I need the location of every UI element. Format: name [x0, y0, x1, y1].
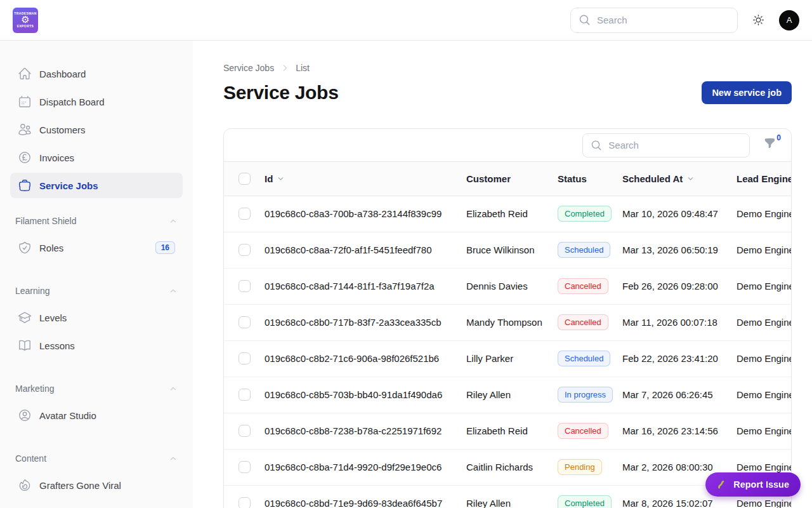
cell-customer: Riley Allen [466, 485, 558, 508]
cell-status: Completed [558, 196, 622, 232]
row-select-cell [224, 413, 265, 449]
sidebar-item-dispatch-board[interactable]: Dispatch Board [10, 89, 183, 114]
cell-id: 019c68c0-c8b5-703b-bb40-91da1f490da6 [265, 377, 466, 413]
table-search [582, 133, 750, 157]
select-row-checkbox[interactable] [239, 352, 251, 364]
sidebar-group-label: Content [15, 453, 46, 464]
funnel-icon [764, 137, 776, 149]
select-row-checkbox[interactable] [239, 497, 251, 508]
select-row-checkbox[interactable] [239, 280, 251, 292]
briefcase-icon [18, 178, 32, 192]
sidebar-item-service-jobs[interactable]: Service Jobs [10, 173, 183, 198]
status-badge: In progress [558, 387, 613, 403]
filter-button[interactable]: 0 [764, 137, 781, 149]
select-row-checkbox[interactable] [239, 208, 251, 220]
sidebar-item-lessons[interactable]: Lessons [10, 333, 183, 358]
select-row-checkbox[interactable] [239, 316, 251, 328]
report-issue-button[interactable]: Report Issue [705, 472, 801, 497]
sidebar-item-grafters-gone-viral[interactable]: Grafters Gone Viral [10, 472, 183, 498]
cell-scheduled-at: Mar 10, 2026 09:48:47 [622, 196, 737, 232]
service-jobs-table: Id Customer Status [224, 162, 792, 508]
select-row-checkbox[interactable] [239, 244, 251, 256]
column-header-status[interactable]: Status [558, 162, 622, 196]
table-search-input[interactable] [608, 140, 742, 150]
cell-scheduled-at: Mar 7, 2026 06:26:45 [622, 377, 737, 413]
select-row-checkbox[interactable] [239, 389, 251, 401]
report-issue-label: Report Issue [733, 479, 789, 490]
status-badge: Cancelled [558, 278, 608, 295]
cell-id: 019c68c0-c8b0-717b-83f7-2a33cea335cb [265, 304, 466, 340]
gear-icon: ⚙ [21, 15, 29, 25]
sidebar-item-invoices[interactable]: Invoices [10, 145, 183, 170]
table-header-row: Id Customer Status [224, 162, 792, 196]
currency-pound-icon [18, 150, 32, 164]
column-header-scheduled-at[interactable]: Scheduled At [622, 162, 737, 196]
sidebar-item-dashboard[interactable]: Dashboard [10, 61, 183, 86]
global-search [570, 8, 738, 33]
table-body: 019c68c0-c8a3-700b-a738-23144f839c99Eliz… [224, 196, 792, 508]
column-header-lead-engineer[interactable]: Lead Engineer [737, 162, 792, 196]
cell-status: Scheduled [558, 232, 622, 268]
sidebar-item-label: Customers [39, 124, 175, 135]
sidebar-group-marketing: MarketingAvatar Studio [10, 384, 183, 428]
cell-id: 019c68c0-c8b8-7238-b78a-c2251971f692 [265, 413, 466, 449]
sidebar-item-label: Grafters Gone Viral [39, 480, 175, 491]
cell-lead-engineer: Demo Engineer [737, 413, 792, 449]
table-card: 0 Id [223, 128, 792, 508]
cell-scheduled-at: Feb 22, 2026 23:41:20 [622, 340, 737, 377]
user-avatar[interactable]: A [779, 10, 799, 30]
table-row[interactable]: 019c68c0-c8aa-72f0-af1f-5451feedf780Bruc… [224, 232, 792, 268]
sidebar: DashboardDispatch BoardCustomersInvoices… [0, 41, 193, 508]
sidebar-group-header[interactable]: Marketing [10, 384, 183, 394]
breadcrumb-parent[interactable]: Service Jobs [223, 63, 274, 73]
global-search-input[interactable] [597, 15, 730, 25]
cell-id: 019c68c0-c8aa-72f0-af1f-5451feedf780 [265, 232, 466, 268]
new-service-job-button[interactable]: New service job [702, 81, 792, 104]
column-label: Customer [466, 173, 511, 184]
logo-text-bottom: EXPORTS [17, 25, 34, 29]
chevron-up-icon [169, 384, 178, 393]
column-label: Scheduled At [622, 173, 683, 184]
sidebar-item-label: Lessons [39, 340, 175, 351]
chevron-up-icon [169, 217, 178, 225]
cell-status: Cancelled [558, 268, 622, 304]
status-badge: Scheduled [558, 351, 610, 367]
table-row[interactable]: 019c68c0-c8b8-7238-b78a-c2251971f692Eliz… [224, 413, 792, 449]
sidebar-item-avatar-studio[interactable]: Avatar Studio [10, 403, 183, 428]
table-row[interactable]: 019c68c0-c8a3-700b-a738-23144f839c99Eliz… [224, 196, 792, 232]
cell-lead-engineer: Demo Engineer [737, 196, 792, 232]
sidebar-group-header[interactable]: Learning [10, 286, 183, 296]
app-logo[interactable]: TRADESMAN ⚙ EXPORTS [13, 8, 38, 33]
sidebar-item-levels[interactable]: Levels [10, 305, 183, 330]
row-select-cell [224, 196, 265, 232]
sidebar-item-badge: 16 [155, 241, 175, 254]
cell-status: Cancelled [558, 413, 622, 449]
status-badge: Cancelled [558, 314, 608, 331]
select-row-checkbox[interactable] [239, 425, 251, 437]
table-row[interactable]: 019c68c0-c8b5-703b-bb40-91da1f490da6Rile… [224, 377, 792, 413]
sidebar-item-roles[interactable]: Roles16 [10, 235, 183, 260]
table-row[interactable]: 019c68c0-c8b2-71c6-906a-98f026f521b6Lill… [224, 340, 792, 377]
sidebar-group-label: Marketing [15, 384, 54, 394]
sidebar-item-customers[interactable]: Customers [10, 117, 183, 142]
academic-cap-icon [18, 311, 32, 324]
table-row[interactable]: 019c68c0-c8ad-7144-81f1-f3a7f19a7f2aDenn… [224, 268, 792, 304]
cell-scheduled-at: Mar 13, 2026 06:50:19 [622, 232, 737, 268]
sidebar-group-header[interactable]: Filament Shield [10, 216, 183, 226]
column-label: Lead Engineer [737, 173, 792, 184]
chevron-down-icon [686, 175, 695, 183]
theme-toggle-button[interactable] [752, 13, 765, 27]
table-row[interactable]: 019c68c0-c8b0-717b-83f7-2a33cea335cbMand… [224, 304, 792, 340]
select-row-checkbox[interactable] [239, 461, 251, 473]
cell-scheduled-at: Feb 26, 2026 09:28:00 [622, 268, 737, 304]
select-all-checkbox[interactable] [239, 173, 251, 185]
avatar-initial: A [787, 15, 792, 25]
column-header-id[interactable]: Id [265, 162, 466, 196]
sidebar-item-label: Roles [39, 243, 148, 253]
sidebar-group-header[interactable]: Content [10, 453, 183, 464]
topbar: TRADESMAN ⚙ EXPORTS A [0, 0, 812, 41]
column-header-customer[interactable]: Customer [466, 162, 558, 196]
cell-status: Cancelled [558, 304, 622, 340]
shield-check-icon [18, 241, 32, 255]
book-open-icon [18, 338, 32, 352]
